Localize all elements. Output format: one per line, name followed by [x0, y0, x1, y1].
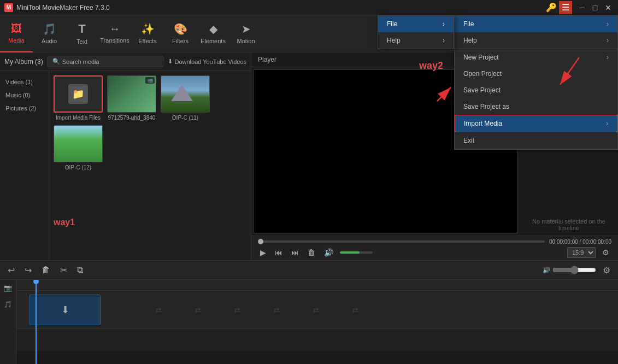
media-icon: 🖼 — [11, 22, 22, 35]
video-media-item: 📹 9712579-uhd_3840 — [107, 75, 156, 121]
tab-text-label: Text — [76, 38, 87, 45]
exit-label: Exit — [463, 137, 474, 144]
timeline-cut-button[interactable]: ✂ — [57, 264, 70, 277]
import-media-label: Import Media Files — [56, 115, 101, 121]
current-time: 00:00:00:00 — [549, 239, 578, 245]
menu-save-project-as[interactable]: Save Project as — [455, 98, 617, 115]
menu-exit[interactable]: Exit — [455, 132, 617, 149]
minimize-button[interactable]: ─ — [576, 2, 587, 13]
tl-playhead[interactable] — [36, 280, 37, 364]
file-submenu: File › Help › — [378, 15, 454, 49]
aspect-ratio-select[interactable]: 15:9 16:9 4:3 1:1 — [567, 247, 596, 258]
tab-media[interactable]: 🖼 Media — [0, 15, 33, 52]
progress-dot — [258, 239, 263, 244]
tab-filters[interactable]: 🎨 Filters — [164, 15, 197, 52]
tab-elements[interactable]: ◆ Elements — [197, 15, 229, 52]
tl-ruler — [16, 280, 618, 291]
prev-frame-button[interactable]: ⏮ — [273, 247, 285, 258]
video-thumb[interactable]: 📹 — [107, 75, 156, 113]
menu-projects-section: New Project › Open Project Save Project … — [455, 49, 617, 149]
tab-transitions[interactable]: ↔ Transitions — [98, 15, 131, 52]
timeline-settings-button[interactable]: ⚙ — [599, 264, 614, 277]
tab-audio[interactable]: 🎵 Audio — [33, 15, 66, 52]
mountain-thumbnail — [161, 76, 209, 112]
field-thumb[interactable] — [54, 125, 103, 162]
search-bar[interactable]: 🔍 Search media — [48, 56, 163, 67]
import-media-label: Import Media — [464, 120, 502, 127]
field-thumbnail — [54, 126, 102, 162]
timeline-copy-button[interactable]: ⧉ — [74, 264, 86, 276]
file-label: File — [463, 20, 474, 28]
menu-icon[interactable]: ☰ — [559, 1, 572, 14]
settings-button[interactable]: ⚙ — [600, 247, 611, 258]
undo-button[interactable]: ↩ — [4, 264, 18, 277]
submenu-help-label: Help — [387, 37, 401, 44]
volume-bar[interactable] — [340, 251, 373, 254]
menu-file-item[interactable]: File › — [455, 16, 617, 32]
left-panel: My Album (3) 🔍 Search media ⬇ Download Y… — [0, 52, 251, 260]
submenu-help[interactable]: Help › — [378, 32, 454, 49]
tl-video-clip[interactable]: ⬇ — [30, 295, 101, 325]
next-frame-button[interactable]: ⏭ — [289, 247, 301, 258]
close-button[interactable]: ✕ — [603, 2, 614, 13]
tab-text[interactable]: T Text — [66, 15, 98, 52]
timeline-audio-icon: 🎵 — [2, 298, 14, 310]
submenu-file-label: File — [387, 20, 397, 28]
motion-icon: ➤ — [242, 22, 251, 36]
menu-new-project[interactable]: New Project › — [455, 49, 617, 66]
import-media-chevron: › — [606, 120, 608, 127]
redo-button[interactable]: ↪ — [21, 264, 35, 277]
menu-top-section: File › Help › — [455, 16, 617, 49]
tab-elements-label: Elements — [201, 38, 226, 44]
tab-effects[interactable]: ✨ Effects — [131, 15, 164, 52]
download-icon: ⬇ — [168, 58, 173, 65]
delete-clip-button[interactable]: 🗑 — [305, 247, 317, 258]
menu-import-media[interactable]: Import Media › — [455, 115, 617, 132]
progress-bar[interactable] — [258, 240, 545, 243]
app-title: MiniTool MovieMaker Free 7.3.0 — [16, 4, 546, 11]
video-media-label: 9712579-uhd_3840 — [108, 115, 156, 121]
time-bar: 00:00:00:00 / 00:00:00:00 — [258, 239, 611, 245]
timeline: 📷 🎵 ⬇ ⇄ ⇄ ⇄ ⇄ — [0, 280, 618, 364]
menu-help-item[interactable]: Help › — [455, 32, 617, 49]
volume-fill — [340, 251, 360, 254]
key-icon: 🔑 — [546, 2, 557, 13]
search-placeholder: Search media — [62, 58, 99, 65]
playback-controls: 00:00:00:00 / 00:00:00:00 ▶ ⏮ ⏭ 🗑 🔊 — [251, 236, 618, 260]
tab-effects-label: Effects — [138, 38, 156, 44]
media-sidebar: Videos (1) Music (0) Pictures (2) — [0, 71, 49, 260]
zoom-slider[interactable] — [552, 266, 596, 274]
sidebar-item-videos[interactable]: Videos (1) — [0, 75, 49, 89]
transitions-icon: ↔ — [109, 22, 120, 35]
maximize-button[interactable]: □ — [590, 2, 601, 13]
menu-save-project[interactable]: Save Project — [455, 82, 617, 98]
sidebar-item-music[interactable]: Music (0) — [0, 89, 49, 102]
title-bar: M MiniTool MovieMaker Free 7.3.0 🔑 ☰ ─ □… — [0, 0, 618, 15]
mountain-thumb[interactable] — [161, 75, 210, 113]
track-swap-icon-4: ⇄ — [273, 306, 280, 314]
text-icon: T — [78, 22, 85, 36]
menu-open-project[interactable]: Open Project — [455, 66, 617, 82]
play-button[interactable]: ▶ — [258, 247, 268, 258]
tab-motion[interactable]: ➤ Motion — [229, 15, 262, 52]
download-youtube-button[interactable]: ⬇ Download YouTube Videos — [168, 58, 247, 65]
submenu-file[interactable]: File › — [378, 16, 454, 32]
elements-icon: ◆ — [209, 22, 217, 36]
way1-label: way1 — [54, 218, 75, 227]
import-media-item: 📁 Import Media Files — [54, 75, 103, 121]
sidebar-item-pictures[interactable]: Pictures (2) — [0, 102, 49, 115]
timeline-delete-button[interactable]: 🗑 — [38, 264, 54, 276]
left-content: Videos (1) Music (0) Pictures (2) 📁 Impo… — [0, 71, 251, 260]
field-media-label: OIP-C (12) — [65, 165, 91, 171]
help-chevron: › — [607, 37, 609, 44]
tab-media-label: Media — [8, 37, 25, 44]
player-title: Player — [258, 56, 276, 63]
track-swap-icon-2: ⇄ — [195, 306, 201, 314]
import-media-button[interactable]: 📁 — [54, 75, 103, 113]
import-folder-icon: 📁 — [68, 84, 88, 104]
submenu-help-chevron: › — [443, 37, 445, 44]
volume-button[interactable]: 🔊 — [322, 247, 336, 258]
tab-motion-label: Motion — [237, 38, 255, 44]
track-swap-icon-5: ⇄ — [313, 306, 319, 314]
tab-audio-label: Audio — [42, 38, 57, 44]
